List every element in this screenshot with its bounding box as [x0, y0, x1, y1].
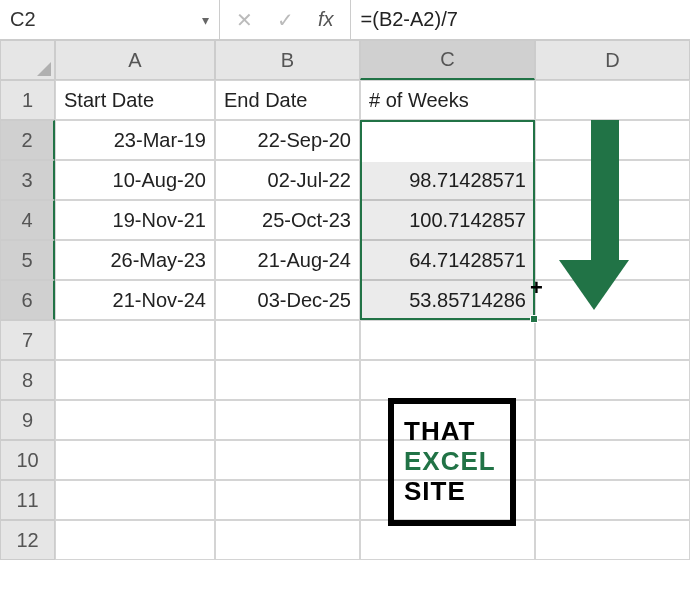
cell[interactable]: 100.7142857: [360, 200, 535, 240]
select-all-corner[interactable]: [0, 40, 55, 80]
formula-text: =(B2-A2)/7: [361, 8, 458, 31]
row-header[interactable]: 1: [0, 80, 55, 120]
cell[interactable]: Start Date: [55, 80, 215, 120]
row-header[interactable]: 2: [0, 120, 55, 160]
cell[interactable]: 98.71428571: [360, 160, 535, 200]
column-header-d[interactable]: D: [535, 40, 690, 80]
cell[interactable]: 64.71428571: [360, 240, 535, 280]
cell[interactable]: [360, 320, 535, 360]
cancel-icon[interactable]: ✕: [236, 8, 253, 32]
cell[interactable]: # of Weeks: [360, 80, 535, 120]
cell[interactable]: 02-Jul-22: [215, 160, 360, 200]
cell[interactable]: 22-Sep-20: [215, 120, 360, 160]
row-header[interactable]: 8: [0, 360, 55, 400]
table-row: 11: [0, 480, 690, 520]
column-header-row: A B C D: [0, 40, 690, 80]
fx-icon[interactable]: fx: [318, 8, 334, 31]
logo-line-3: SITE: [404, 477, 510, 507]
name-box-value: C2: [10, 8, 36, 31]
cell[interactable]: 26-May-23: [55, 240, 215, 280]
row-header[interactable]: 7: [0, 320, 55, 360]
table-row: 1 Start Date End Date # of Weeks: [0, 80, 690, 120]
table-row: 8: [0, 360, 690, 400]
formula-bar: C2 ▾ ✕ ✓ fx =(B2-A2)/7: [0, 0, 690, 40]
cell[interactable]: 10-Aug-20: [55, 160, 215, 200]
cell[interactable]: [215, 440, 360, 480]
row-header[interactable]: 4: [0, 200, 55, 240]
cell[interactable]: [360, 520, 535, 560]
cell[interactable]: [360, 360, 535, 400]
arrow-down-icon: [580, 120, 629, 310]
cell[interactable]: 21-Nov-24: [55, 280, 215, 320]
cell[interactable]: [215, 320, 360, 360]
cell[interactable]: 23-Mar-19: [55, 120, 215, 160]
cell[interactable]: [535, 480, 690, 520]
column-header-a[interactable]: A: [55, 40, 215, 80]
cell[interactable]: [215, 480, 360, 520]
formula-input[interactable]: =(B2-A2)/7: [351, 0, 690, 39]
cell[interactable]: [215, 360, 360, 400]
cell[interactable]: [535, 440, 690, 480]
row-header[interactable]: 11: [0, 480, 55, 520]
table-row: 12: [0, 520, 690, 560]
row-header[interactable]: 10: [0, 440, 55, 480]
cell[interactable]: 03-Dec-25: [215, 280, 360, 320]
cell[interactable]: [55, 520, 215, 560]
cell[interactable]: [55, 440, 215, 480]
row-header[interactable]: 3: [0, 160, 55, 200]
cell[interactable]: End Date: [215, 80, 360, 120]
enter-icon[interactable]: ✓: [277, 8, 294, 32]
row-header[interactable]: 12: [0, 520, 55, 560]
cell[interactable]: 78.42857143: [360, 120, 535, 160]
cell[interactable]: [55, 480, 215, 520]
cell[interactable]: [535, 320, 690, 360]
cell[interactable]: 25-Oct-23: [215, 200, 360, 240]
cell[interactable]: [535, 520, 690, 560]
table-row: 9: [0, 400, 690, 440]
cell[interactable]: [55, 360, 215, 400]
cell[interactable]: [535, 80, 690, 120]
logo-line-2: EXCEL: [404, 447, 510, 477]
cell[interactable]: [535, 400, 690, 440]
table-row: 10: [0, 440, 690, 480]
column-header-c[interactable]: C: [360, 40, 535, 80]
column-header-b[interactable]: B: [215, 40, 360, 80]
row-header[interactable]: 5: [0, 240, 55, 280]
formula-bar-icons: ✕ ✓ fx: [220, 0, 351, 39]
cell[interactable]: [535, 360, 690, 400]
cell[interactable]: [55, 400, 215, 440]
logo-line-1: THAT: [404, 417, 510, 447]
row-header[interactable]: 6: [0, 280, 55, 320]
name-box[interactable]: C2 ▾: [0, 0, 220, 39]
table-row: 7: [0, 320, 690, 360]
cell[interactable]: [55, 320, 215, 360]
cell[interactable]: 53.85714286: [360, 280, 535, 320]
cell[interactable]: 21-Aug-24: [215, 240, 360, 280]
chevron-down-icon[interactable]: ▾: [202, 12, 209, 28]
row-header[interactable]: 9: [0, 400, 55, 440]
watermark-logo: THAT EXCEL SITE: [388, 398, 516, 526]
cell[interactable]: [215, 400, 360, 440]
cell[interactable]: [215, 520, 360, 560]
cell[interactable]: 19-Nov-21: [55, 200, 215, 240]
